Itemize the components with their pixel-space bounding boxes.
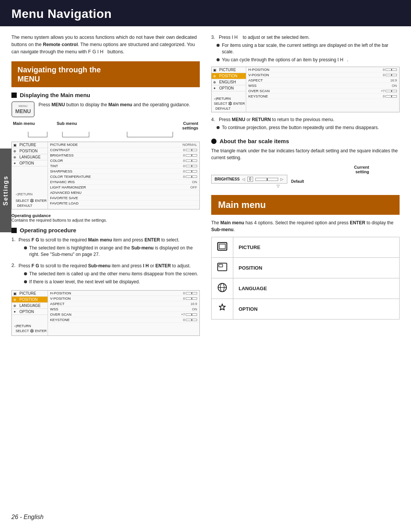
sub-item-brightness: BRIGHTNESS 0: [48, 153, 199, 158]
svg-rect-12: [219, 264, 223, 267]
step-4-bullet-1: To continue projection, press the button…: [222, 125, 379, 131]
step-3-bullet-1: For items using a bar scale, the current…: [222, 42, 400, 55]
step-3-text: 3. Press I H to adjust or set the select…: [211, 34, 400, 41]
language-icon-cell: [212, 278, 233, 299]
menu-left-item-option: ✦OPTION: [12, 160, 48, 166]
language-label: LANGUAGE: [233, 278, 400, 299]
picture-icon-cell: [212, 237, 233, 258]
step-1-bullet-1: The selected item is highlighted in oran…: [29, 245, 200, 258]
main-menu-heading-text: Main menu: [218, 200, 266, 210]
menu-left-item-language: ⊕LANGUAGE: [12, 154, 48, 160]
operating-guidance-label: Operating guidance: [11, 213, 51, 218]
displaying-description: Press MENU button to display the Main me…: [38, 101, 190, 108]
col-header-main: Main menu: [13, 121, 49, 130]
menu-diagram-2: ▣PICTURE ⊕POSITION ⊕LANGUAGE ✦OPTION: [11, 290, 200, 336]
bullet-dot-3: [24, 280, 27, 283]
step-1-bullets: The selected item is highlighted in oran…: [24, 245, 200, 258]
sub-item-picture-mode: PICTURE MODE NORMAL: [48, 142, 199, 147]
main-menu-row-language: LANGUAGE: [212, 278, 400, 299]
step-2-bullet-1: The selected item is called up and the o…: [29, 271, 198, 277]
step-1-num: 1.: [11, 236, 16, 259]
sub-item-color: COLOR 0: [48, 158, 199, 163]
menu-icon-wrap: MENU MENU Press MENU button to display t…: [11, 101, 200, 117]
menu-button-icon: MENU MENU: [11, 101, 35, 117]
step-2-num: 2.: [11, 262, 16, 287]
col-header-current: Currentsettings: [87, 121, 200, 130]
menu-left-item-position: ⊕POSITION: [12, 148, 48, 154]
diag3-keystone: KEYSTONE 0: [246, 94, 399, 99]
step-2-bullets: The selected item is called up and the o…: [24, 271, 198, 285]
operating-procedure-heading: Operating procedure: [11, 227, 200, 233]
current-setting-label: Currentsetting: [211, 165, 400, 174]
bar-scale-diagram-wrap: Currentsetting BRIGHTNESS ◁ 0 ▷ Default: [211, 165, 400, 188]
bar-scale-text: The triangle mark under the bar indicate…: [211, 147, 400, 161]
position-icon-cell: [212, 258, 233, 278]
main-menu-intro: The Main menu has 4 options. Select the …: [211, 219, 400, 233]
navigating-section-heading: Navigating through the MENU: [11, 61, 200, 87]
diag3-h-pos: H-POSITION 0: [246, 67, 399, 72]
diag3-position: ⊕POSITION: [212, 73, 246, 79]
sub-item-light-harmonizer: LIGHT HARMONIZER OFF: [48, 185, 199, 190]
nav-controls-1: ◁RETURN: [16, 192, 47, 196]
step-2-bullet-2: If there is a lower level, the next leve…: [29, 279, 140, 285]
step-4-text: 4. Press MENU or RETURN to return to the…: [211, 116, 400, 123]
displaying-heading-text: Displaying the Main menu: [20, 92, 90, 98]
navigating-heading-line2: MENU: [18, 75, 40, 83]
step-1-text: Press F G to scroll to the required Main…: [19, 236, 200, 243]
black-square-icon-2: [11, 228, 17, 233]
operating-guidance: Operating guidance Contains the required…: [11, 213, 200, 222]
svg-rect-10: [219, 244, 225, 249]
bullet-dot-2: [24, 272, 27, 275]
bullet-dot-6: [217, 126, 220, 129]
diag3-over-scan: OVER SCAN +7: [246, 88, 399, 94]
page-title: Menu Navigation: [11, 7, 112, 21]
operating-guidance-text: Contains the required buttons to adjust …: [11, 218, 107, 222]
sub-item-color-temp: COLOR TEMPERATURE 0: [48, 174, 199, 179]
main-menu-section-heading: Main menu: [211, 195, 400, 215]
step-2-text: Press F G to scroll to the required Sub-…: [19, 262, 198, 269]
step-1: 1. Press F G to scroll to the required M…: [11, 236, 200, 259]
diag2-h-pos: H-POSITION 0: [48, 291, 199, 296]
main-menu-row-option: OPTION: [212, 299, 400, 320]
option-label: OPTION: [233, 299, 400, 320]
diag3-v-pos: V-POSITION 0: [246, 72, 399, 78]
settings-sidebar-label: Settings: [2, 175, 9, 205]
bar-scale-heading: About the bar scale items: [211, 138, 400, 144]
sub-item-contrast: CONTRAST 0: [48, 147, 199, 153]
diag3-picture: ▣PICTURE: [212, 67, 246, 73]
diag2-item-option: ✦OPTION: [12, 309, 48, 315]
diag3-aspect: ASPECT 16:9: [246, 78, 399, 83]
black-square-icon: [11, 93, 17, 98]
step-4-wrap: 4. Press MENU or RETURN to return to the…: [211, 116, 400, 131]
brightness-bar-label: BRIGHTNESS: [215, 177, 240, 181]
option-icon-cell: [212, 299, 233, 320]
diag2-aspect: ASPECT 16:9: [48, 301, 199, 307]
sub-item-sharpness: SHARPNESS 0: [48, 169, 199, 174]
col-header-sub: Sub menu: [49, 121, 87, 130]
main-menu-table: PICTURE POSITION: [211, 237, 400, 320]
default-label: Default: [291, 179, 304, 184]
bar-scale-heading-text: About the bar scale items: [220, 138, 289, 144]
page-number: 26 - English: [11, 514, 44, 521]
sub-item-dynamic-iris: DYNAMIC IRIS ON: [48, 179, 199, 185]
sub-item-favorite-load: FAVORITE LOAD: [48, 201, 199, 206]
operating-procedure-label: Operating procedure: [20, 227, 76, 233]
bullet-dot-5: [217, 58, 220, 61]
position-label: POSITION: [233, 258, 400, 278]
left-column: The menu system allows you to access fun…: [11, 34, 200, 340]
diag2-keystone: KEYSTONE 0: [48, 317, 199, 323]
bullet-dot-4: [217, 44, 220, 47]
step-2: 2. Press F G to scroll to the required S…: [11, 262, 200, 287]
diag2-v-pos: V-POSITION 0: [48, 296, 199, 301]
diag2-item-language: ⊕LANGUAGE: [12, 303, 48, 309]
navigating-heading-line1: Navigating through the: [18, 66, 101, 74]
diag3-english: ⊕ENGLISH: [212, 79, 246, 85]
sub-item-advanced-menu: ADVANCED MENU: [48, 190, 199, 195]
column-bracket-svg: [13, 131, 196, 138]
bullet-dot: [24, 246, 27, 249]
diag2-over-scan: OVER SCAN +7: [48, 312, 199, 317]
picture-label: PICTURE: [233, 237, 400, 258]
right-column: 3. Press I H to adjust or set the select…: [211, 34, 400, 340]
intro-paragraph: The menu system allows you to access fun…: [11, 34, 200, 55]
page-title-bar: Menu Navigation: [0, 0, 411, 26]
